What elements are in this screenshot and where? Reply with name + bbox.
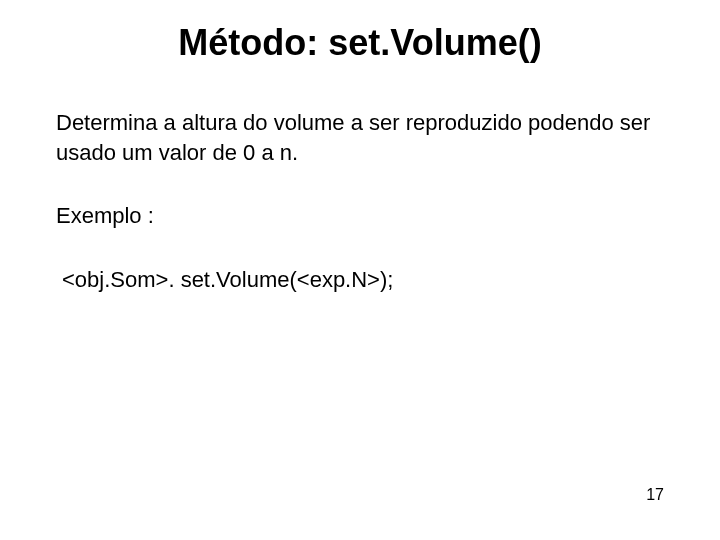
page-number: 17 — [646, 486, 664, 504]
example-label: Exemplo : — [56, 201, 664, 231]
slide-title: Método: set.Volume() — [0, 0, 720, 64]
slide: Método: set.Volume() Determina a altura … — [0, 0, 720, 540]
code-example: <obj.Som>. set.Volume(<exp.N>); — [56, 265, 664, 295]
slide-body: Determina a altura do volume a ser repro… — [0, 64, 720, 295]
description-text: Determina a altura do volume a ser repro… — [56, 108, 664, 167]
